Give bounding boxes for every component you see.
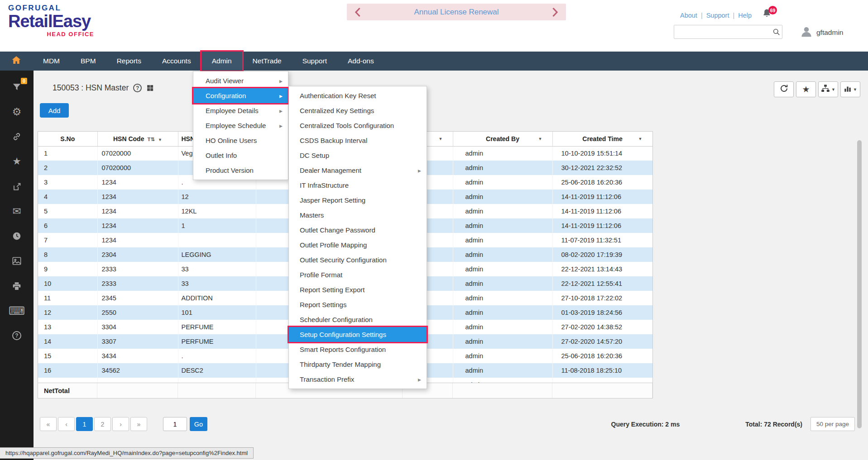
filter-icon[interactable]: 0 xyxy=(11,81,23,92)
link-support[interactable]: Support xyxy=(706,12,729,19)
column-header-s-no[interactable]: S.No xyxy=(38,132,97,146)
config-menu-item-smart-reports-configuration[interactable]: Smart Reports Configuration xyxy=(289,342,427,357)
page-button-prev[interactable]: ‹ xyxy=(58,417,75,431)
per-page-select[interactable]: 50 per page xyxy=(810,417,855,431)
vertical-scrollbar[interactable] xyxy=(857,140,862,428)
page-button-page-2[interactable]: 2 xyxy=(94,417,111,431)
page-button-last[interactable]: » xyxy=(130,417,147,431)
go-button[interactable]: Go xyxy=(190,417,207,431)
config-menu-item-masters[interactable]: Masters xyxy=(289,208,427,223)
chevron-down-icon: ▼ xyxy=(853,87,857,92)
banner-next-arrow-icon[interactable] xyxy=(550,6,561,18)
menu-item-label: Centralized Tools Configuration xyxy=(300,122,394,129)
config-menu-item-scheduler-configuration[interactable]: Scheduler Configuration xyxy=(289,312,427,327)
home-tab[interactable] xyxy=(0,52,33,71)
table-cell: 11 xyxy=(38,291,97,305)
help-icon[interactable]: ? xyxy=(11,330,23,341)
nav-item-reports[interactable]: Reports xyxy=(106,52,152,71)
page-controls: «‹12›» xyxy=(40,417,149,431)
config-menu-item-jasper-report-setting[interactable]: Jasper Report Setting xyxy=(289,193,427,208)
banner-prev-arrow-icon[interactable] xyxy=(352,6,363,18)
config-menu-item-report-setting-export[interactable]: Report Setting Export xyxy=(289,282,427,297)
nav-item-bpm[interactable]: BPM xyxy=(70,52,106,71)
gear-icon[interactable]: ⚙ xyxy=(11,106,23,117)
admin-menu-item-ho-online-users[interactable]: HO Online Users xyxy=(193,133,288,148)
table-cell: 2333 xyxy=(97,262,178,276)
share-icon[interactable] xyxy=(11,181,23,192)
config-menu-item-outlet-profile-mapping[interactable]: Outlet Profile Mapping xyxy=(289,237,427,252)
chart-button[interactable]: ▼ xyxy=(840,81,860,97)
clock-icon[interactable] xyxy=(11,231,23,242)
table-cell: admin xyxy=(453,161,552,175)
menu-item-label: Smart Reports Configuration xyxy=(300,346,386,353)
star-icon[interactable]: ★ xyxy=(11,156,23,167)
config-menu-item-authentication-key-reset[interactable]: Authentication Key Reset xyxy=(289,88,427,103)
help-icon[interactable]: ? xyxy=(133,84,142,92)
page-button-first[interactable]: « xyxy=(40,417,57,431)
page-button-page-1[interactable]: 1 xyxy=(76,417,93,431)
table-cell: admin xyxy=(453,363,552,378)
nav-item-support[interactable]: Support xyxy=(292,52,337,71)
goto-page-input[interactable] xyxy=(163,417,187,431)
search-input[interactable] xyxy=(674,25,770,38)
favorite-button[interactable]: ★ xyxy=(796,81,816,97)
nav-item-accounts[interactable]: Accounts xyxy=(152,52,201,71)
config-menu-item-setup-configuration-settings[interactable]: Setup Configuration Settings xyxy=(289,327,427,342)
column-dropdown-icon[interactable]: ▼ xyxy=(638,137,643,141)
config-menu-item-transaction-prefix[interactable]: Transaction Prefix▸ xyxy=(289,372,427,387)
config-menu-item-outlet-security-configuration[interactable]: Outlet Security Configuration xyxy=(289,252,427,267)
image-icon[interactable] xyxy=(11,256,23,266)
link-icon[interactable] xyxy=(11,131,23,142)
refresh-button[interactable] xyxy=(774,81,794,97)
nav-item-mdm[interactable]: MDM xyxy=(33,52,70,71)
admin-menu-item-product-version[interactable]: Product Version xyxy=(193,163,288,178)
print-icon[interactable] xyxy=(11,280,23,291)
admin-menu-item-configuration[interactable]: Configuration▸ xyxy=(193,88,288,103)
config-menu-item-dc-setup[interactable]: DC Setup xyxy=(289,148,427,163)
table-cell: 101 xyxy=(178,305,256,320)
page-button-next[interactable]: › xyxy=(112,417,129,431)
top-header: GOFRUGAL RetailEasy HEAD OFFICE Annual L… xyxy=(0,0,868,52)
nav-item-admin[interactable]: Admin xyxy=(201,52,242,71)
nav-item-add-ons[interactable]: Add-ons xyxy=(337,52,384,71)
sort-icon[interactable]: T⇅ xyxy=(147,137,155,142)
column-header-created-time[interactable]: Created Time▼ xyxy=(552,132,652,146)
user-menu[interactable]: gftadmin xyxy=(800,25,843,40)
column-header-created-by[interactable]: Created By▼ xyxy=(453,132,552,146)
config-menu-item-outlet-change-password[interactable]: Outlet Change Password xyxy=(289,223,427,237)
hierarchy-button[interactable]: ▼ xyxy=(818,81,838,97)
admin-menu-item-outlet-info[interactable]: Outlet Info xyxy=(193,148,288,163)
column-dropdown-icon[interactable]: ▼ xyxy=(158,138,162,142)
add-button[interactable]: Add xyxy=(40,103,69,118)
nav-item-nettrade[interactable]: NetTrade xyxy=(242,52,292,71)
keyboard-icon[interactable]: ⌨ xyxy=(11,305,23,316)
link-help[interactable]: Help xyxy=(738,12,752,19)
column-dropdown-icon[interactable]: ▼ xyxy=(439,137,443,141)
search-icon[interactable] xyxy=(770,28,782,36)
config-menu-item-it-infrastructure[interactable]: IT InfraStructure xyxy=(289,178,427,193)
admin-menu-item-employee-details[interactable]: Employee Details▸ xyxy=(193,103,288,118)
config-menu-item-centralized-tools-configuration[interactable]: Centralized Tools Configuration xyxy=(289,118,427,133)
config-menu-item-thirdparty-tender-mapping[interactable]: Thirdparty Tender Mapping xyxy=(289,357,427,372)
menu-item-label: Setup Configuration Settings xyxy=(300,331,386,338)
config-menu-item-centralized-key-settings[interactable]: Centralized Key Settings xyxy=(289,103,427,118)
column-dropdown-icon[interactable]: ▼ xyxy=(538,137,542,141)
sitemap-icon xyxy=(821,84,830,95)
config-menu-item-report-settings[interactable]: Report Settings xyxy=(289,297,427,312)
config-menu-item-profile-format[interactable]: Profile Format xyxy=(289,267,427,282)
avatar xyxy=(800,25,813,40)
table-cell: admin xyxy=(453,146,552,161)
mail-icon[interactable]: ✉ xyxy=(11,206,23,217)
admin-menu-item-employee-schedule[interactable]: Employee Schedule▸ xyxy=(193,118,288,133)
admin-menu-item-audit-viewer[interactable]: Audit Viewer▸ xyxy=(193,73,288,88)
app-logo[interactable]: GOFRUGAL RetailEasy HEAD OFFICE xyxy=(8,4,115,38)
column-header-hsn-code[interactable]: HSN CodeT⇅▼ xyxy=(97,132,178,146)
link-about[interactable]: About xyxy=(680,12,697,19)
submenu-arrow-icon: ▸ xyxy=(279,122,283,129)
notification-bell-icon[interactable]: 69 xyxy=(762,8,775,22)
grid-view-icon[interactable] xyxy=(146,84,154,92)
filter-count-badge: 0 xyxy=(21,78,27,84)
config-menu-item-csds-backup-interval[interactable]: CSDS Backup Interval xyxy=(289,133,427,148)
pagination-row: «‹12›» Go Query Execution: 2 ms Total: 7… xyxy=(40,417,860,431)
config-menu-item-dealer-management[interactable]: Dealer Management▸ xyxy=(289,163,427,178)
